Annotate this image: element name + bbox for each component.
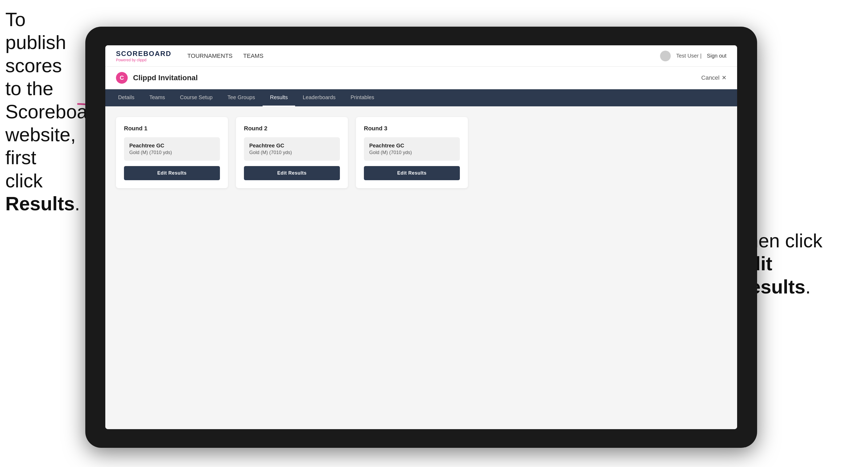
round-2-card: Round 2 Peachtree GC Gold (M) (7010 yds)… xyxy=(236,117,348,188)
tab-bar: Details Teams Course Setup Tee Groups Re… xyxy=(105,89,737,106)
round-2-course-details: Gold (M) (7010 yds) xyxy=(249,150,335,155)
nav-teams[interactable]: TEAMS xyxy=(243,53,264,59)
tab-teams[interactable]: Teams xyxy=(142,89,173,106)
round-1-course-name: Peachtree GC xyxy=(129,143,215,149)
nav-tournaments[interactable]: TOURNAMENTS xyxy=(187,53,233,59)
round-2-course-name: Peachtree GC xyxy=(249,143,335,149)
round-2-title: Round 2 xyxy=(244,125,340,132)
round-2-edit-results-button[interactable]: Edit Results xyxy=(244,166,340,180)
tab-leaderboards-label: Leaderboards xyxy=(303,94,335,100)
tab-results-label: Results xyxy=(270,94,288,100)
tab-teams-label: Teams xyxy=(149,94,165,100)
nav-links: TOURNAMENTS TEAMS xyxy=(187,53,660,59)
logo-sub: Powered by clippd xyxy=(116,58,172,62)
close-icon: ✕ xyxy=(722,74,726,81)
round-1-title: Round 1 xyxy=(124,125,220,132)
main-content: Round 1 Peachtree GC Gold (M) (7010 yds)… xyxy=(105,106,737,429)
instruction-line-3: website, first xyxy=(5,124,76,168)
tab-details[interactable]: Details xyxy=(111,89,142,106)
logo-area: SCOREBOARD Powered by clippd xyxy=(116,50,172,62)
tablet-screen: SCOREBOARD Powered by clippd TOURNAMENTS… xyxy=(105,45,737,429)
tab-course-setup-label: Course Setup xyxy=(180,94,213,100)
tab-course-setup[interactable]: Course Setup xyxy=(173,89,220,106)
tab-tee-groups-label: Tee Groups xyxy=(227,94,255,100)
tab-printables-label: Printables xyxy=(350,94,374,100)
tab-leaderboards[interactable]: Leaderboards xyxy=(295,89,343,106)
logo-text: SCOREBOARD xyxy=(116,50,172,58)
rounds-grid: Round 1 Peachtree GC Gold (M) (7010 yds)… xyxy=(116,117,726,188)
top-nav: SCOREBOARD Powered by clippd TOURNAMENTS… xyxy=(105,45,737,67)
tournament-icon-letter: C xyxy=(120,74,124,81)
instruction-line-4-plain: click xyxy=(5,170,43,191)
user-avatar xyxy=(660,51,671,61)
round-1-card: Round 1 Peachtree GC Gold (M) (7010 yds)… xyxy=(116,117,228,188)
cancel-button[interactable]: Cancel ✕ xyxy=(702,74,726,81)
round-3-course-card: Peachtree GC Gold (M) (7010 yds) xyxy=(364,137,460,161)
tablet-device: SCOREBOARD Powered by clippd TOURNAMENTS… xyxy=(85,27,757,448)
round-3-edit-results-button[interactable]: Edit Results xyxy=(364,166,460,180)
tab-tee-groups[interactable]: Tee Groups xyxy=(220,89,262,106)
round-3-title: Round 3 xyxy=(364,125,460,132)
round-1-course-card: Peachtree GC Gold (M) (7010 yds) xyxy=(124,137,220,161)
nav-right: Test User | Sign out xyxy=(660,51,726,61)
round-3-course-details: Gold (M) (7010 yds) xyxy=(369,150,455,155)
cancel-label: Cancel xyxy=(702,74,719,81)
sign-out-link[interactable]: Sign out xyxy=(707,53,726,59)
instruction-left: To publish scores to the Scoreboard webs… xyxy=(5,8,83,215)
instruction-line-1: To publish scores xyxy=(5,9,66,76)
user-name: Test User | xyxy=(676,53,702,59)
round-3-course-name: Peachtree GC xyxy=(369,143,455,149)
round-3-card: Round 3 Peachtree GC Gold (M) (7010 yds)… xyxy=(356,117,468,188)
tournament-icon: C xyxy=(116,72,128,84)
round-1-course-details: Gold (M) (7010 yds) xyxy=(129,150,215,155)
tournament-title: Clippd Invitational xyxy=(133,73,702,82)
tab-details-label: Details xyxy=(118,94,134,100)
tab-results[interactable]: Results xyxy=(262,89,296,106)
tournament-header: C Clippd Invitational Cancel ✕ xyxy=(105,67,737,89)
round-1-edit-results-button[interactable]: Edit Results xyxy=(124,166,220,180)
instruction-results-bold: Results xyxy=(5,193,75,214)
instruction-line-4-end: . xyxy=(75,193,80,214)
instruction-edit-results-end: . xyxy=(805,276,811,298)
round-2-course-card: Peachtree GC Gold (M) (7010 yds) xyxy=(244,137,340,161)
tab-printables[interactable]: Printables xyxy=(343,89,382,106)
